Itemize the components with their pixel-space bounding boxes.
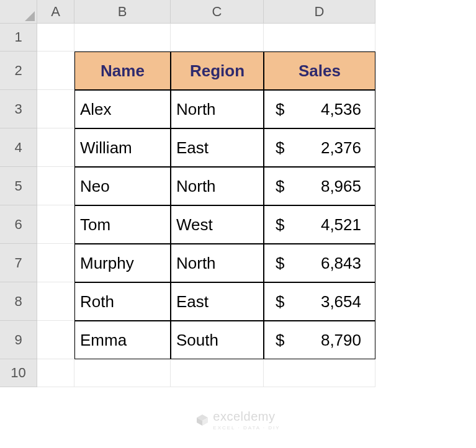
- cell-sales-0[interactable]: $ 4,536: [264, 90, 375, 128]
- currency-symbol: $: [276, 100, 288, 119]
- currency-symbol: $: [276, 177, 288, 196]
- select-all-triangle-icon: [25, 11, 35, 21]
- cell-region-3[interactable]: West: [171, 205, 264, 244]
- cell-A4[interactable]: [37, 128, 74, 167]
- cell-name-0[interactable]: Alex: [74, 90, 171, 128]
- currency-symbol: $: [276, 331, 288, 350]
- row-header-8[interactable]: 8: [0, 282, 37, 321]
- currency-symbol: $: [276, 215, 288, 235]
- sales-value: 8,790: [321, 331, 361, 350]
- cell-name-6[interactable]: Emma: [74, 321, 171, 359]
- row-header-3[interactable]: 3: [0, 90, 37, 128]
- cell-A9[interactable]: [37, 321, 74, 359]
- svg-marker-2: [197, 418, 202, 426]
- svg-marker-0: [25, 11, 35, 21]
- currency-symbol: $: [276, 292, 288, 311]
- table-header-region[interactable]: Region: [171, 52, 264, 90]
- watermark-subtext: EXCEL · DATA · DIY: [213, 425, 280, 431]
- cell-C10[interactable]: [171, 359, 264, 387]
- cell-sales-3[interactable]: $ 4,521: [264, 205, 375, 244]
- cell-A5[interactable]: [37, 167, 74, 205]
- cell-A6[interactable]: [37, 205, 74, 244]
- cell-region-5[interactable]: East: [171, 282, 264, 321]
- svg-marker-3: [202, 418, 208, 426]
- column-header-B[interactable]: B: [74, 0, 171, 24]
- cell-region-0[interactable]: North: [171, 90, 264, 128]
- watermark: exceldemy EXCEL · DATA · DIY: [0, 410, 476, 431]
- row-header-1[interactable]: 1: [0, 24, 37, 52]
- cell-region-1[interactable]: East: [171, 128, 264, 167]
- svg-marker-1: [197, 414, 208, 421]
- cell-name-3[interactable]: Tom: [74, 205, 171, 244]
- row-header-10[interactable]: 10: [0, 359, 37, 387]
- cell-name-4[interactable]: Murphy: [74, 244, 171, 282]
- currency-symbol: $: [276, 138, 288, 158]
- row-header-9[interactable]: 9: [0, 321, 37, 359]
- row-header-4[interactable]: 4: [0, 128, 37, 167]
- row-header-5[interactable]: 5: [0, 167, 37, 205]
- watermark-cube-icon: [195, 413, 209, 427]
- cell-region-6[interactable]: South: [171, 321, 264, 359]
- cell-name-2[interactable]: Neo: [74, 167, 171, 205]
- cell-A10[interactable]: [37, 359, 74, 387]
- table-header-name[interactable]: Name: [74, 52, 171, 90]
- watermark-text: exceldemy: [213, 410, 275, 424]
- cell-A2[interactable]: [37, 52, 74, 90]
- currency-symbol: $: [276, 254, 288, 273]
- row-header-6[interactable]: 6: [0, 205, 37, 244]
- cell-sales-1[interactable]: $ 2,376: [264, 128, 375, 167]
- sales-value: 2,376: [321, 138, 361, 158]
- sales-value: 4,521: [321, 215, 361, 235]
- cell-name-1[interactable]: William: [74, 128, 171, 167]
- column-header-C[interactable]: C: [171, 0, 264, 24]
- row-header-7[interactable]: 7: [0, 244, 37, 282]
- cell-A1[interactable]: [37, 24, 74, 52]
- cell-sales-4[interactable]: $ 6,843: [264, 244, 375, 282]
- row-header-2[interactable]: 2: [0, 52, 37, 90]
- cell-sales-2[interactable]: $ 8,965: [264, 167, 375, 205]
- sales-value: 8,965: [321, 177, 361, 196]
- sales-value: 3,654: [321, 292, 361, 311]
- sales-value: 4,536: [321, 100, 361, 119]
- cell-B10[interactable]: [74, 359, 171, 387]
- cell-region-2[interactable]: North: [171, 167, 264, 205]
- cell-sales-5[interactable]: $ 3,654: [264, 282, 375, 321]
- cell-sales-6[interactable]: $ 8,790: [264, 321, 375, 359]
- cell-D1[interactable]: [264, 24, 375, 52]
- spreadsheet-grid: A B C D 1 2 Name Region Sales 3 Alex Nor…: [0, 0, 476, 387]
- cell-A7[interactable]: [37, 244, 74, 282]
- select-all-corner[interactable]: [0, 0, 37, 24]
- cell-D10[interactable]: [264, 359, 375, 387]
- column-header-D[interactable]: D: [264, 0, 375, 24]
- table-header-sales[interactable]: Sales: [264, 52, 375, 90]
- cell-name-5[interactable]: Roth: [74, 282, 171, 321]
- cell-B1[interactable]: [74, 24, 171, 52]
- cell-A3[interactable]: [37, 90, 74, 128]
- column-header-A[interactable]: A: [37, 0, 74, 24]
- sales-value: 6,843: [321, 254, 361, 273]
- cell-C1[interactable]: [171, 24, 264, 52]
- cell-A8[interactable]: [37, 282, 74, 321]
- cell-region-4[interactable]: North: [171, 244, 264, 282]
